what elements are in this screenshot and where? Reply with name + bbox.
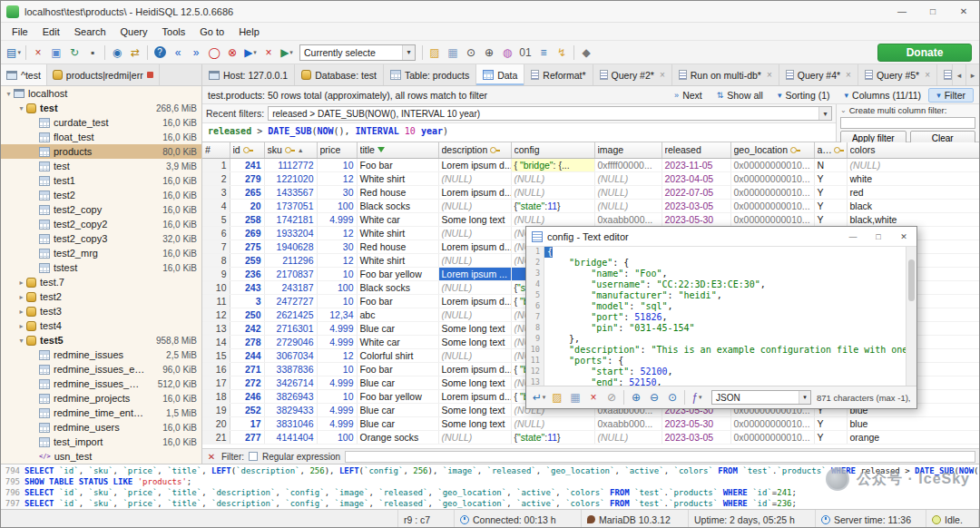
cell-price[interactable]: 4.999 — [317, 321, 357, 335]
maximize-button[interactable]: □ — [917, 1, 948, 22]
cell-sku[interactable]: 1433567 — [264, 185, 317, 199]
export-database-icon[interactable]: ⇄ — [126, 44, 144, 62]
cell-title[interactable]: White shirt — [357, 226, 438, 240]
zoom-out-icon[interactable]: ⊖ — [645, 388, 663, 406]
refresh-icon[interactable]: ↻ — [65, 44, 83, 62]
cell-rownum[interactable]: 16 — [202, 362, 230, 376]
cell-sku[interactable]: 3831046 — [264, 416, 317, 430]
expander-open-icon[interactable]: ▾ — [4, 90, 14, 98]
cell-description[interactable]: (NULL) — [438, 430, 511, 444]
tab-query-6[interactable]: Query #6*× — [937, 64, 952, 85]
cell-rownum[interactable]: 17 — [202, 376, 230, 389]
cell-rownum[interactable]: 19 — [202, 403, 230, 416]
cell-colors[interactable]: blue — [847, 416, 979, 430]
cell-price[interactable]: 10 — [317, 362, 357, 376]
dialog-maximize-button[interactable]: □ — [866, 227, 891, 246]
multi-filter-input[interactable] — [840, 117, 975, 129]
cancel-edit-icon[interactable]: × — [584, 388, 603, 406]
cell-id[interactable]: 242 — [230, 321, 264, 335]
cell-title[interactable]: Blue car — [357, 376, 438, 389]
columns-button[interactable]: ▾Columns (11/11) — [838, 89, 929, 102]
cell-image[interactable]: (NULL) — [594, 199, 662, 212]
menu-search[interactable]: Search — [67, 24, 113, 39]
cell-price[interactable]: 10 — [317, 294, 357, 308]
cell-description[interactable]: Lorem ipsum ... — [438, 267, 511, 280]
tree-item-usn-test[interactable]: </>usn_test — [1, 449, 201, 464]
cell-geo-location[interactable]: 0x00000000010... — [730, 185, 814, 199]
column-header-colors[interactable]: colors — [847, 142, 979, 158]
cell-description[interactable]: (NULL) — [438, 308, 511, 321]
cell-rownum[interactable]: 4 — [202, 199, 230, 212]
code-line[interactable]: 2 "bridge": { — [526, 258, 916, 269]
cell-colors[interactable]: orange — [847, 430, 979, 444]
tree-item-tstest[interactable]: tstest16,0 KiB — [1, 260, 201, 275]
column-header-rownum[interactable]: # — [202, 142, 230, 158]
tab-reformat[interactable]: Reformat* — [524, 64, 593, 85]
dialog-code-area[interactable]: 1{2 "bridge": {3 "name": "Foo",4 "userna… — [526, 247, 916, 386]
tree-item-test-7[interactable]: ▸test.7 — [1, 275, 201, 289]
cell-description[interactable]: (NULL) — [438, 226, 511, 240]
dialog-minimize-button[interactable]: — — [840, 227, 866, 246]
cell-config[interactable]: {"state":11} — [511, 430, 594, 444]
tree-item-curdate-test[interactable]: curdate_test16,0 KiB — [1, 115, 201, 130]
tab-host-127-0-0-1[interactable]: Host: 127.0.0.1 — [202, 64, 295, 85]
abort-icon[interactable]: ⊗ — [223, 44, 241, 62]
apply-edit-icon[interactable]: ⊘ — [603, 388, 621, 406]
cell-title[interactable]: Black socks — [357, 199, 438, 212]
column-header-title[interactable]: title — [357, 142, 438, 158]
session-manager-icon[interactable]: ▤▾ — [5, 44, 23, 62]
cell-price[interactable]: 4.999 — [317, 212, 357, 226]
regex-toggle[interactable]: Regular expression — [262, 452, 340, 462]
new-query-tab-icon[interactable]: ▣ — [47, 44, 65, 62]
stop-icon[interactable]: ◯ — [205, 44, 223, 62]
cell-sku[interactable]: 3067034 — [264, 348, 317, 362]
cell-released[interactable]: 2022-07-05 — [662, 185, 730, 199]
cell-price[interactable]: 12 — [317, 348, 357, 362]
tab-query-2[interactable]: Query #2*× — [593, 64, 672, 85]
cell-title[interactable]: Blue car — [357, 321, 438, 335]
cell-price[interactable]: 12,34 — [317, 308, 357, 321]
cell-geo-location[interactable]: 0x00000000010... — [730, 416, 814, 430]
cell-price[interactable]: 12 — [317, 226, 357, 240]
cell-geo-location[interactable]: 0x00000000010... — [730, 171, 814, 185]
cell-price[interactable]: 4.999 — [317, 416, 357, 430]
color-picker-icon[interactable]: ◍ — [498, 44, 516, 62]
cell-id[interactable]: 243 — [230, 280, 264, 294]
cell-sku[interactable]: 2170837 — [264, 267, 317, 280]
save-sql-icon[interactable]: ▦ — [444, 44, 462, 62]
skip-next-icon[interactable]: » — [187, 44, 205, 62]
cell-id[interactable]: 252 — [230, 403, 264, 416]
close-tab-icon[interactable]: × — [767, 70, 772, 80]
cell-id[interactable]: 269 — [230, 226, 264, 240]
expander-open-icon[interactable]: ▾ — [16, 104, 26, 112]
cell-id[interactable]: 278 — [230, 335, 264, 348]
cell-rownum[interactable]: 14 — [202, 335, 230, 348]
cell-id[interactable]: 244 — [230, 348, 264, 362]
cell-title[interactable]: White shirt — [357, 171, 438, 185]
tab-scroll-left-icon[interactable]: ◂ — [952, 64, 965, 85]
column-header-image[interactable]: image — [594, 142, 662, 158]
session-tab-products-redmi-err[interactable]: products|redmi|err — [47, 64, 160, 85]
menu-edit[interactable]: Edit — [35, 24, 67, 39]
cell-released[interactable]: 2023-03-05 — [662, 199, 730, 212]
column-header-id[interactable]: id — [230, 142, 264, 158]
cell-price[interactable]: 4.999 — [317, 376, 357, 389]
cell-sku[interactable]: 211296 — [264, 253, 317, 267]
grid-filter-input[interactable] — [345, 451, 975, 463]
cell-id[interactable]: 259 — [230, 253, 264, 267]
cell-rownum[interactable]: 13 — [202, 321, 230, 335]
cell-price[interactable]: 12 — [317, 171, 357, 185]
cell-title[interactable]: abc — [357, 308, 438, 321]
table-row[interactable]: 2279122102012White shirt(NULL)(NULL)(NUL… — [202, 171, 979, 185]
cell-sku[interactable]: 1940628 — [264, 240, 317, 253]
cell-title[interactable]: Foo bar — [357, 294, 438, 308]
expander-closed-icon[interactable]: ▸ — [16, 308, 26, 316]
tree-item-float-test[interactable]: float_test16,0 KiB — [1, 130, 201, 144]
tree-item-test1[interactable]: test116,0 KiB — [1, 173, 201, 188]
preferences-icon[interactable]: ▪ — [83, 44, 102, 62]
function-icon[interactable]: ƒ▾ — [688, 388, 706, 406]
cell-geo-location[interactable]: 0x00000000010... — [730, 212, 814, 226]
cell-image[interactable]: 0xffff00000... — [594, 158, 662, 171]
cell-description[interactable]: Some long text — [438, 321, 511, 335]
code-line[interactable]: 3 "name": "Foo", — [526, 269, 916, 279]
